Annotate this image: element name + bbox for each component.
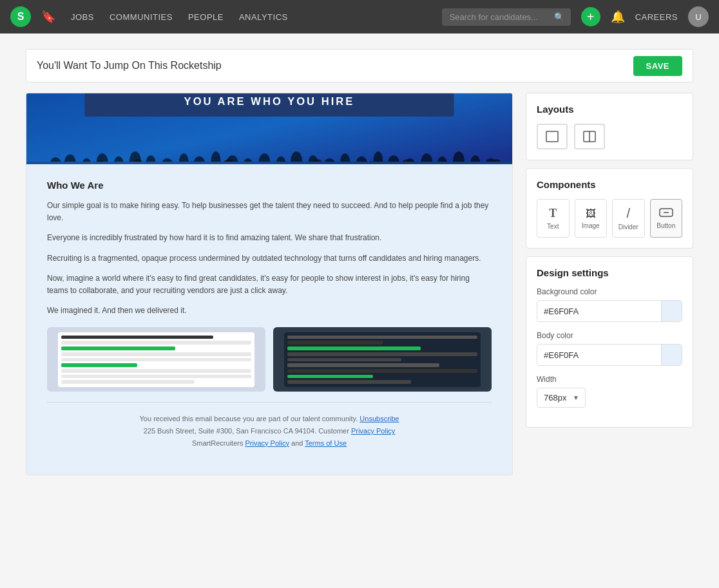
hero-crowd-image: YOU ARE WHO YOU HIRE <box>26 93 512 164</box>
image-icon: 🖼 <box>586 208 596 220</box>
title-bar: SAVE <box>26 49 693 82</box>
body-color-label: Body color <box>537 331 682 340</box>
button-icon <box>659 208 673 220</box>
email-para-1: Our simple goal is to make hiring easy. … <box>47 200 492 224</box>
email-screenshots <box>47 327 492 392</box>
component-grid: T Text 🖼 Image / Divider <box>537 199 682 238</box>
nav-jobs[interactable]: JOBS <box>71 12 94 22</box>
width-select-wrap: 768px 600px 960px ▼ <box>537 388 586 408</box>
email-divider <box>47 402 492 403</box>
email-preview: YOU ARE WHO YOU HIRE <box>26 93 513 475</box>
image-label: Image <box>582 222 600 229</box>
text-icon: T <box>549 207 557 220</box>
design-settings-title: Design settings <box>537 267 682 278</box>
search-icon: 🔍 <box>554 12 564 22</box>
footer-unsubscribe-link[interactable]: Unsubscribe <box>359 415 399 422</box>
nav-links: JOBS COMMUNITIES PEOPLE ANALYTICS <box>71 12 288 22</box>
background-color-field: Background color <box>537 287 682 322</box>
email-hero: YOU ARE WHO YOU HIRE <box>26 93 512 164</box>
main-content: SAVE <box>0 33 719 588</box>
content-area: YOU ARE WHO YOU HIRE <box>26 93 693 475</box>
background-color-input-row <box>537 300 682 322</box>
components-title: Components <box>537 179 682 190</box>
body-color-field: Body color <box>537 331 682 366</box>
bookmark-icon[interactable]: 🔖 <box>41 10 55 24</box>
nav-people[interactable]: PEOPLE <box>188 12 224 22</box>
layouts-card: Layouts <box>526 93 693 160</box>
text-label: Text <box>547 223 559 230</box>
button-shape-icon <box>659 208 673 217</box>
layout-double-button[interactable] <box>574 124 605 149</box>
layout-options <box>537 124 682 149</box>
nav-careers[interactable]: CAREERS <box>635 12 678 22</box>
button-label: Button <box>657 222 675 229</box>
body-color-input-row <box>537 344 682 366</box>
component-text-button[interactable]: T Text <box>537 199 570 238</box>
email-body: Who We Are Our simple goal is to make hi… <box>26 164 512 475</box>
width-select[interactable]: 768px 600px 960px <box>537 388 586 408</box>
width-field: Width 768px 600px 960px ▼ <box>537 375 682 408</box>
layout-double-icon <box>583 131 596 142</box>
notification-bell-icon[interactable]: 🔔 <box>611 10 625 24</box>
avatar: U <box>688 6 709 27</box>
search-input[interactable] <box>442 8 571 26</box>
background-color-swatch[interactable] <box>661 301 682 321</box>
component-image-button[interactable]: 🖼 Image <box>575 199 608 238</box>
body-color-swatch[interactable] <box>661 345 682 365</box>
svg-text:YOU ARE WHO YOU HIRE: YOU ARE WHO YOU HIRE <box>184 95 355 108</box>
layout-single-button[interactable] <box>537 124 568 149</box>
divider-icon: / <box>626 206 630 221</box>
screenshot-right <box>273 327 492 392</box>
email-para-2: Everyone is incredibly frustrated by how… <box>47 232 492 244</box>
screenshot-left-inner <box>58 332 254 387</box>
width-label: Width <box>537 375 682 384</box>
body-color-input[interactable] <box>537 346 661 365</box>
app-logo: S <box>10 6 31 27</box>
email-footer: You received this email because you are … <box>47 413 492 459</box>
layouts-title: Layouts <box>537 104 682 115</box>
hero-crowd-svg: YOU ARE WHO YOU HIRE <box>26 93 512 162</box>
add-button[interactable]: + <box>581 7 600 26</box>
search-wrapper: 🔍 <box>442 8 571 26</box>
component-button-button[interactable]: Button <box>650 199 683 238</box>
nav-communities[interactable]: COMMUNITIES <box>110 12 173 22</box>
footer-terms-link[interactable]: Terms of Use <box>305 439 347 447</box>
email-para-5: We imagined it. And then we delivered it… <box>47 305 492 317</box>
footer-privacy1-link[interactable]: Privacy Policy <box>351 427 395 435</box>
screenshot-right-inner <box>284 332 481 387</box>
right-panel: Layouts Com <box>526 93 693 475</box>
email-title-input[interactable] <box>37 60 633 71</box>
email-para-4: Now, imagine a world where it's easy to … <box>47 272 492 297</box>
save-button[interactable]: SAVE <box>633 56 682 76</box>
top-navigation: S 🔖 JOBS COMMUNITIES PEOPLE ANALYTICS 🔍 … <box>0 0 719 33</box>
divider-label: Divider <box>618 223 638 231</box>
screenshot-left <box>47 327 265 392</box>
design-settings-card: Design settings Background color Body co… <box>526 256 693 428</box>
svg-rect-57 <box>546 131 558 142</box>
footer-privacy2-link[interactable]: Privacy Policy <box>245 439 289 447</box>
background-color-input[interactable] <box>537 302 661 321</box>
nav-analytics[interactable]: ANALYTICS <box>239 12 288 22</box>
email-section-title: Who We Are <box>47 180 492 191</box>
components-card: Components T Text 🖼 Image / Divider <box>526 168 693 249</box>
background-color-label: Background color <box>537 287 682 296</box>
layout-single-icon <box>546 131 559 142</box>
component-divider-button[interactable]: / Divider <box>612 199 645 238</box>
email-para-3: Recruiting is a fragmented, opaque proce… <box>47 252 492 265</box>
